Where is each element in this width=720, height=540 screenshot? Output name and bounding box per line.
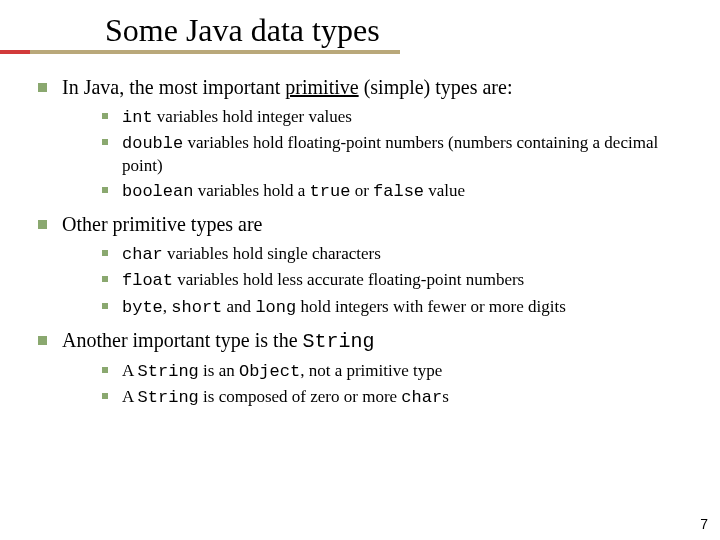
title-accent [0,50,30,54]
page-number: 7 [700,516,708,532]
bullet-list: In Java, the most important primitive (s… [30,75,690,408]
bullet-text: Another important type is the String [62,329,375,351]
bullet-item: Other primitive types arechar variables … [30,212,690,318]
sub-bullet-list: int variables hold integer valuesdouble … [62,106,690,202]
slide: Some Java data types In Java, the most i… [0,0,720,540]
sub-bullet-item: int variables hold integer values [100,106,690,128]
sub-bullet-item: A String is composed of zero or more cha… [100,386,690,408]
bullet-item: In Java, the most important primitive (s… [30,75,690,202]
slide-body: In Java, the most important primitive (s… [0,53,720,408]
bullet-text: Other primitive types are [62,213,263,235]
slide-title: Some Java data types [105,12,720,53]
sub-bullet-item: float variables hold less accurate float… [100,269,690,291]
sub-bullet-item: char variables hold single characters [100,243,690,265]
bullet-text: In Java, the most important primitive (s… [62,76,512,98]
sub-bullet-list: char variables hold single charactersflo… [62,243,690,318]
sub-bullet-item: double variables hold floating-point num… [100,132,690,176]
sub-bullet-list: A String is an Object, not a primitive t… [62,360,690,409]
sub-bullet-item: byte, short and long hold integers with … [100,296,690,318]
bullet-item: Another important type is the StringA St… [30,328,690,409]
sub-bullet-item: A String is an Object, not a primitive t… [100,360,690,382]
title-underline [0,50,400,54]
title-area: Some Java data types [0,0,720,53]
sub-bullet-item: boolean variables hold a true or false v… [100,180,690,202]
